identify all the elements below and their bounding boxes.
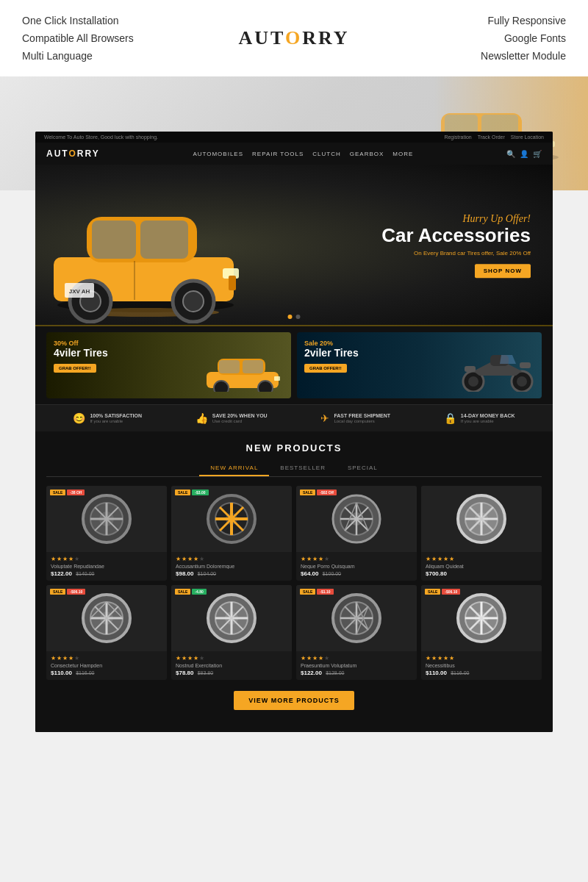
product-7-info: ★★★★★ Praesuntium Voluptatum $122.00 $12…: [296, 651, 417, 680]
moneyback-icon: 🔒: [444, 412, 456, 424]
svg-marker-41: [500, 355, 516, 364]
svg-rect-40: [465, 366, 476, 372]
product-1-info: ★★★★★ Voluptate Repudiandae $122.00 $140…: [46, 552, 167, 581]
product-5-img: SALE -$06.10: [46, 585, 167, 651]
product-card-3[interactable]: SALE -$02 Off ★★★★★ Neque Porro Quisquam…: [296, 486, 417, 581]
product-grid-row-2: SALE -$06.10 ★★★★★ Consectetur Hampden $…: [46, 585, 542, 680]
topbar-link-track[interactable]: Track Order: [478, 135, 505, 140]
product-6-name: Nostrud Exercitation: [176, 663, 287, 668]
product-card-5[interactable]: SALE -$06.10 ★★★★★ Consectetur Hampden $…: [46, 585, 167, 680]
svg-rect-39: [520, 362, 531, 368]
shop-now-button[interactable]: SHOP NOW: [475, 264, 531, 278]
promo-1-cta[interactable]: GRAB OFFER!!: [54, 364, 96, 373]
promo-banner-2[interactable]: Sale 20% 2viler Tires GRAB OFFER!!: [297, 332, 542, 398]
tab-special[interactable]: SPECIAL: [337, 461, 389, 476]
product-5-stars: ★★★★★: [51, 655, 162, 662]
trust-satisfaction: 😊 100% SATISFACTION If you are unable: [73, 412, 142, 424]
feature-item-2: Compatible All Browsers: [22, 32, 134, 44]
user-icon[interactable]: 👤: [520, 150, 528, 158]
badge-off-6: -4.80: [192, 589, 206, 595]
product-6-price: $78.80 $83.80: [176, 670, 287, 676]
cart-icon[interactable]: 🛒: [533, 150, 542, 158]
feature-item-4: Fully Responsive: [481, 15, 566, 26]
promo-2-off: Sale 20%: [304, 340, 359, 347]
badge-sale-6: SALE: [175, 589, 190, 595]
product-card-7[interactable]: SALE -$1.10 ★★★★★ Praesuntium Voluptatum…: [296, 585, 417, 680]
nav-clutch[interactable]: CLUTCH: [312, 151, 340, 157]
product-3-name: Neque Porro Quisquam: [301, 564, 412, 569]
product-1-name: Voluptate Repudiandae: [51, 564, 162, 569]
badge-off-2: -$3.00: [192, 490, 208, 495]
product-3-badges: SALE -$02 Off: [300, 490, 337, 495]
trust-3-title: FAST FREE SHIPMENT: [334, 413, 390, 418]
svg-point-30: [214, 381, 229, 392]
trust-3-sub: Local day computers: [334, 419, 390, 423]
product-grid-row-1: SALE -38 Off ★★★★★ Voluptate Repudiandae…: [46, 486, 542, 581]
store-logo[interactable]: AUTORRY: [46, 148, 100, 159]
nav-more[interactable]: MORE: [392, 151, 413, 157]
features-left: One Click Installation Compatible All Br…: [22, 15, 134, 62]
product-card-6[interactable]: SALE -4.80 ★★★★★ Nostrud Exercitation $7…: [171, 585, 292, 680]
promo-1-product: 4viler Tires: [54, 347, 108, 359]
hero-hurry-text: Hurry Up Offer!: [381, 213, 531, 225]
badge-off-3: -$02 Off: [317, 490, 337, 495]
badge-sale-5: SALE: [50, 589, 65, 595]
site-logo[interactable]: AUTORRY: [238, 27, 349, 49]
tab-new-arrival[interactable]: NEW ARRIVAL: [199, 461, 269, 476]
product-4-price: $700.80: [426, 570, 537, 577]
product-8-stars: ★★★★★: [426, 655, 537, 662]
badge-off-8: -$06.10: [442, 589, 460, 595]
product-card-1[interactable]: SALE -38 Off ★★★★★ Voluptate Repudiandae…: [46, 486, 167, 581]
view-more-button[interactable]: VIEW MORE PRODUCTS: [234, 691, 354, 710]
nav-automobiles[interactable]: AUTOMOBILES: [193, 151, 243, 157]
hero-subtitle: On Every Brand car Tires offer, Sale 20%…: [381, 250, 531, 257]
svg-rect-15: [92, 220, 136, 259]
svg-rect-29: [243, 360, 263, 373]
product-2-img: SALE -$3.00: [171, 486, 292, 552]
features-right: Fully Responsive Google Fonts Newsletter…: [481, 15, 566, 62]
promo-2-cta[interactable]: GRAB OFFER!!: [304, 364, 347, 373]
slider-dots: [288, 315, 301, 319]
trust-2-title: SAVE 20% WHEN YOU: [212, 413, 268, 418]
product-3-info: ★★★★★ Neque Porro Quisquam $64.00 $100.0…: [296, 552, 417, 581]
product-8-price: $110.00 $116.00: [426, 670, 537, 676]
product-1-badges: SALE -38 Off: [50, 490, 85, 495]
search-icon[interactable]: 🔍: [506, 150, 515, 158]
topbar-link-store[interactable]: Store Location: [511, 135, 544, 140]
promo-2-text: Sale 20% 2viler Tires GRAB OFFER!!: [304, 340, 359, 373]
feature-item-1: One Click Installation: [22, 15, 134, 26]
tab-bestseller[interactable]: BESTSELLER: [269, 461, 337, 476]
topbar-links: Registration Track Order Store Location: [444, 135, 544, 140]
product-4-name: Aliquam Quideat: [426, 564, 537, 569]
product-card-8[interactable]: SALE -$06.10 ★★★★★ Necessitibus $110.00 …: [421, 585, 542, 680]
store-topbar: Welcome To Auto Store, Good luck with sh…: [35, 132, 553, 143]
dot-2[interactable]: [296, 315, 301, 319]
hero-banner: JXV AH Hurry Up Offer! Car Accessories O…: [35, 165, 553, 326]
nav-items: AUTOMOBILES REPAIR TOOLS CLUTCH GEARBOX …: [115, 151, 492, 157]
badge-sale-2: SALE: [175, 490, 190, 495]
trust-1-sub: If you are unable: [90, 419, 142, 423]
nav-gearbox[interactable]: GEARBOX: [350, 151, 384, 157]
product-card-2[interactable]: SALE -$3.00 ★★★★★ Accusantium Doloremque…: [171, 486, 292, 581]
svg-point-20: [183, 291, 204, 312]
trust-4-sub: If you are unable: [461, 419, 515, 423]
svg-rect-23: [229, 276, 236, 290]
svg-rect-16: [140, 220, 188, 259]
topbar-link-registration[interactable]: Registration: [444, 135, 471, 140]
svg-rect-32: [274, 376, 280, 381]
product-2-price: $98.00 $104.00: [176, 570, 287, 577]
section-title: NEW PRODUCTS: [46, 442, 542, 453]
product-3-price: $64.00 $100.00: [301, 570, 412, 577]
hero-main-title: Car Accessories: [381, 225, 531, 246]
product-6-info: ★★★★★ Nostrud Exercitation $78.80 $83.80: [171, 651, 292, 680]
product-2-name: Accusantium Doloremque: [176, 564, 287, 569]
feature-item-3: Multi Language: [22, 50, 134, 62]
nav-icons: 🔍 👤 🛒: [506, 150, 542, 158]
nav-repair-tools[interactable]: REPAIR TOOLS: [252, 151, 304, 157]
promo-banner-1[interactable]: 30% Off 4viler Tires GRAB OFFER!!: [46, 332, 291, 398]
product-7-stars: ★★★★★: [301, 655, 412, 662]
product-card-4[interactable]: ★★★★★ Aliquam Quideat $700.80: [421, 486, 542, 581]
dot-1[interactable]: [288, 315, 293, 319]
feature-bar: One Click Installation Compatible All Br…: [0, 0, 588, 76]
promo-2-product: 2viler Tires: [304, 347, 359, 359]
